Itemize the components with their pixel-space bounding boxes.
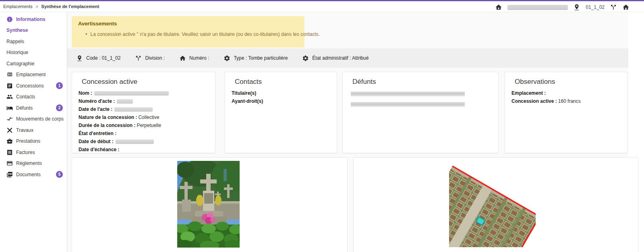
sidebar-item-contacts[interactable]: Contacts xyxy=(0,92,67,103)
sidebar-item-defunts[interactable]: Défunts 2 xyxy=(0,102,67,114)
info-etat-administratif: État administratif : Attribué xyxy=(302,55,369,62)
gear-icon xyxy=(302,55,309,62)
concessions-count-badge: 1 xyxy=(56,82,63,89)
breadcrumb-current-page: Synthèse de l'emplacement xyxy=(41,4,99,9)
top-bar: Emplacements > Synthèse de l'emplacement… xyxy=(0,0,644,12)
sidebar-item-synthese[interactable]: Synthese xyxy=(0,25,67,36)
division-icon xyxy=(135,55,142,62)
warnings-title: Avertissements xyxy=(78,21,298,27)
info-numero: Numéro : xyxy=(179,55,209,62)
defunts-card: Défunts xyxy=(342,72,499,153)
sidebar-item-travaux[interactable]: Travaux xyxy=(0,125,67,136)
redacted-value xyxy=(114,107,153,112)
document-icon xyxy=(6,83,13,89)
defunct-name-redacted xyxy=(351,102,465,107)
sidebar-item-concessions[interactable]: Concessions 1 xyxy=(0,80,67,92)
pdf-icon xyxy=(6,171,13,178)
pin-icon xyxy=(76,55,83,62)
card-title: Concession active xyxy=(82,78,209,86)
card-title: Défunts xyxy=(352,78,492,86)
cemetery-icon[interactable] xyxy=(495,4,502,11)
home-icon xyxy=(179,55,186,62)
info-code: Code : 01_1_02 xyxy=(76,55,120,62)
briefcase-icon xyxy=(6,138,13,144)
breadcrumb: Emplacements > Synthèse de l'emplacement xyxy=(0,4,99,9)
warnings-panel: Avertissements • La concession active " … xyxy=(72,16,304,48)
redacted-value xyxy=(117,99,133,104)
home-icon[interactable] xyxy=(622,4,630,11)
people-icon xyxy=(6,94,13,100)
gear-icon xyxy=(224,55,230,62)
observations-card: Observations Emplacement : Concession ac… xyxy=(505,72,628,153)
info-type: Type : Tombe particulière xyxy=(224,55,288,62)
sidebar-item-mouvements[interactable]: Mouvements de corps xyxy=(0,114,67,125)
bed-icon xyxy=(6,105,13,111)
sidebar-item-historique[interactable]: Historique xyxy=(0,47,67,58)
sidebar-item-reglements[interactable]: Règlements xyxy=(0,158,67,169)
warning-message: • La concession active " n'a pas de titu… xyxy=(78,31,298,37)
sidebar-item-cartographie[interactable]: Cartographie xyxy=(0,58,67,69)
documents-count-badge: 5 xyxy=(56,171,63,178)
bullet: • xyxy=(85,31,87,37)
redacted-value xyxy=(94,91,169,96)
card-title: Contacts xyxy=(235,78,330,86)
location-summary-bar: Code : 01_1_02 Division : Numéro : Type … xyxy=(67,48,628,68)
info-icon xyxy=(6,16,13,23)
grave-photo[interactable] xyxy=(177,161,240,248)
app-root: Emplacements > Synthèse de l'emplacement… xyxy=(0,0,644,252)
location-code: 01_1_02 xyxy=(586,4,605,10)
cemetery-name-redacted xyxy=(507,5,568,10)
sidebar-item-documents[interactable]: Documents 5 xyxy=(0,169,67,180)
sidebar-item-prestations[interactable]: Prestations xyxy=(0,136,67,147)
sidebar-item-rappels[interactable]: Rappels xyxy=(0,36,67,47)
breadcrumb-separator: > xyxy=(36,4,38,9)
sidebar-item-factures[interactable]: Factures xyxy=(0,147,67,158)
compare-arrows-icon xyxy=(6,116,13,122)
credit-card-icon xyxy=(6,160,13,167)
breadcrumb-emplacements[interactable]: Emplacements xyxy=(3,4,33,9)
card-title: Observations xyxy=(515,78,621,86)
columns-icon xyxy=(6,71,13,78)
sidebar-item-emplacement[interactable]: Emplacement xyxy=(0,69,67,81)
contacts-card: Contacts Titulaire(s) Ayant-droit(s) xyxy=(225,72,337,153)
defunct-name-redacted xyxy=(351,92,465,96)
main-content: Avertissements • La concession active " … xyxy=(67,12,628,252)
receipt-icon xyxy=(6,149,13,156)
cemetery-aerial-map[interactable] xyxy=(449,159,536,247)
division-icon[interactable] xyxy=(610,4,617,11)
concession-active-card: Concession active Nom : Numéro d'acte : … xyxy=(72,72,215,153)
pin-icon xyxy=(573,4,580,11)
info-division: Division : xyxy=(135,55,165,62)
header-context: 01_1_02 xyxy=(495,1,630,13)
tools-icon xyxy=(6,127,13,133)
defunts-count-badge: 2 xyxy=(56,104,63,111)
redacted-value xyxy=(116,140,154,144)
sidebar-item-informations[interactable]: Informations xyxy=(0,14,67,25)
sidebar-nav: Informations Synthese Rappels Historique… xyxy=(0,12,67,252)
